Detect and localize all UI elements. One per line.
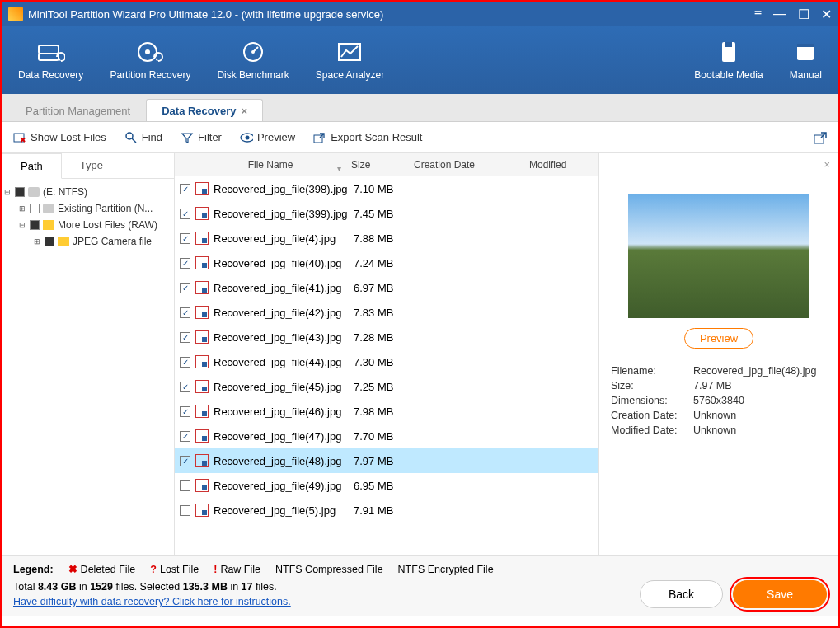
preview-close-icon[interactable]: ×	[824, 158, 830, 171]
file-row[interactable]: Recovered_jpg_file(40).jpg7.24 MB	[175, 251, 598, 275]
help-link[interactable]: Have difficulty with data recovery? Clic…	[13, 596, 291, 607]
preview-open-button[interactable]: Preview	[684, 328, 753, 349]
col-size[interactable]: Size	[345, 159, 407, 171]
file-checkbox[interactable]	[180, 431, 190, 442]
file-name: Recovered_jpg_file(49).jpg	[214, 480, 354, 492]
stats: Total 8.43 GB in 1529 files. Selected 13…	[13, 581, 640, 607]
save-button[interactable]: Save	[733, 580, 827, 608]
file-name: Recovered_jpg_file(398).jpg	[214, 183, 354, 195]
file-row[interactable]: Recovered_jpg_file(41).jpg6.97 MB	[175, 275, 598, 300]
legend: Legend: ✖Deleted File ?Lost File !Raw Fi…	[13, 563, 827, 575]
file-checkbox[interactable]	[180, 307, 190, 318]
menu-icon[interactable]: ≡	[754, 7, 762, 22]
file-checkbox[interactable]	[180, 480, 190, 491]
ribbon-data-recovery[interactable]: Data Recovery	[5, 33, 96, 87]
file-checkbox[interactable]	[180, 382, 190, 392]
file-row[interactable]: Recovered_jpg_file(42).jpg7.83 MB	[175, 300, 598, 325]
col-filename[interactable]: File Name▾	[196, 159, 345, 171]
tab-data-recovery[interactable]: Data Recovery ×	[146, 99, 263, 121]
file-row[interactable]: Recovered_jpg_file(43).jpg7.28 MB	[175, 325, 598, 349]
tab-partition-management[interactable]: Partition Management	[10, 99, 146, 121]
tree-jpeg-camera[interactable]: ⊞ JPEG Camera file	[3, 233, 172, 250]
file-row[interactable]: Recovered_jpg_file(45).jpg7.25 MB	[175, 374, 598, 399]
ribbon-manual[interactable]: Manual	[777, 33, 835, 87]
preview-icon	[240, 131, 253, 144]
file-name: Recovered_jpg_file(48).jpg	[214, 455, 354, 467]
subtab-type[interactable]: Type	[62, 153, 121, 178]
app-icon	[8, 7, 23, 21]
file-name: Recovered_jpg_file(5).jpg	[214, 504, 354, 517]
show-lost-files-button[interactable]: ✖ Show Lost Files	[13, 131, 106, 144]
file-checkbox[interactable]	[180, 209, 190, 219]
file-checkbox[interactable]	[180, 406, 190, 417]
file-name: Recovered_jpg_file(47).jpg	[214, 430, 354, 443]
file-checkbox[interactable]	[180, 233, 190, 244]
tree-existing-partition[interactable]: ⊞ Existing Partition (N...	[3, 200, 172, 217]
checkbox[interactable]	[15, 187, 25, 197]
file-icon	[195, 281, 209, 294]
file-row[interactable]: Recovered_jpg_file(4).jpg7.88 MB	[175, 226, 598, 251]
file-name: Recovered_jpg_file(41).jpg	[214, 282, 354, 294]
preview-button[interactable]: Preview	[240, 131, 295, 144]
file-checkbox[interactable]	[180, 184, 190, 194]
file-size: 7.97 MB	[354, 455, 416, 467]
share-button[interactable]	[814, 131, 827, 144]
back-button[interactable]: Back	[640, 580, 723, 608]
file-row[interactable]: Recovered_jpg_file(46).jpg7.98 MB	[175, 399, 598, 424]
file-row[interactable]: Recovered_jpg_file(5).jpg7.91 MB	[175, 498, 598, 523]
file-icon	[195, 330, 209, 344]
filter-button[interactable]: Filter	[181, 131, 222, 144]
file-checkbox[interactable]	[180, 357, 190, 368]
svg-line-15	[132, 138, 136, 143]
collapse-icon[interactable]: ⊟	[3, 188, 12, 196]
file-size: 7.10 MB	[354, 183, 416, 195]
file-row[interactable]: Recovered_jpg_file(48).jpg7.97 MB	[175, 448, 598, 473]
preview-panel: × Preview Filename:Recovered_jpg_file(48…	[599, 153, 838, 555]
checkbox[interactable]	[45, 237, 54, 246]
file-icon	[195, 232, 209, 245]
minimize-icon[interactable]: —	[773, 7, 786, 22]
file-icon	[195, 182, 209, 195]
file-name: Recovered_jpg_file(399).jpg	[214, 208, 354, 220]
manual-icon	[791, 40, 819, 64]
tab-close-icon[interactable]: ×	[242, 105, 248, 117]
file-row[interactable]: Recovered_jpg_file(47).jpg7.70 MB	[175, 424, 598, 448]
col-creation-date[interactable]: Creation Date	[407, 159, 523, 171]
collapse-icon[interactable]: ⊟	[18, 221, 26, 229]
file-row[interactable]: Recovered_jpg_file(399).jpg7.45 MB	[175, 201, 598, 226]
tree-root[interactable]: ⊟ (E: NTFS)	[3, 184, 172, 200]
file-name: Recovered_jpg_file(40).jpg	[214, 257, 354, 269]
share-icon	[814, 131, 827, 144]
svg-rect-9	[725, 42, 732, 47]
find-button[interactable]: Find	[124, 131, 162, 144]
file-name: Recovered_jpg_file(44).jpg	[214, 356, 354, 368]
expand-icon[interactable]: ⊞	[33, 237, 41, 246]
file-checkbox[interactable]	[180, 332, 190, 343]
file-row[interactable]: Recovered_jpg_file(398).jpg7.10 MB	[175, 176, 598, 201]
file-checkbox[interactable]	[180, 283, 190, 293]
subtab-path[interactable]: Path	[2, 153, 62, 179]
file-row[interactable]: Recovered_jpg_file(49).jpg6.95 MB	[175, 473, 598, 498]
file-size: 7.24 MB	[354, 257, 416, 269]
bootable-media-icon	[715, 40, 743, 64]
file-list-panel: File Name▾ Size Creation Date Modified R…	[175, 153, 599, 555]
file-checkbox[interactable]	[180, 456, 190, 466]
expand-icon[interactable]: ⊞	[18, 204, 26, 213]
col-modified[interactable]: Modified	[523, 159, 589, 171]
ribbon-disk-benchmark[interactable]: Disk Benchmark	[204, 33, 302, 87]
file-name: Recovered_jpg_file(42).jpg	[214, 307, 354, 319]
maximize-icon[interactable]: ☐	[798, 7, 809, 22]
checkbox[interactable]	[30, 220, 40, 230]
footer: Legend: ✖Deleted File ?Lost File !Raw Fi…	[2, 555, 838, 616]
close-icon[interactable]: ✕	[821, 7, 832, 22]
export-scan-result-button[interactable]: Export Scan Result	[313, 131, 422, 144]
file-rows[interactable]: Recovered_jpg_file(398).jpg7.10 MBRecove…	[175, 176, 598, 555]
file-checkbox[interactable]	[180, 258, 190, 269]
ribbon-space-analyzer[interactable]: Space Analyzer	[303, 33, 397, 87]
ribbon-bootable-media[interactable]: Bootable Media	[681, 33, 776, 87]
file-checkbox[interactable]	[180, 505, 190, 516]
file-row[interactable]: Recovered_jpg_file(44).jpg7.30 MB	[175, 349, 598, 374]
tree-more-lost-files[interactable]: ⊟ More Lost Files (RAW)	[3, 217, 172, 233]
checkbox[interactable]	[30, 204, 40, 213]
ribbon-partition-recovery[interactable]: Partition Recovery	[96, 33, 204, 87]
